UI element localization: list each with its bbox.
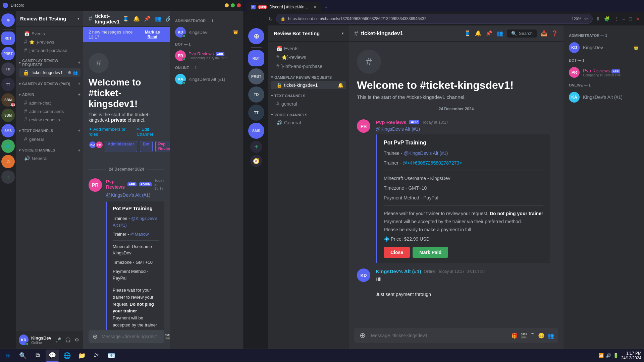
web-member-kingsdev-alt[interactable]: KA KingsDev's Alt (#1) bbox=[566, 90, 641, 105]
systray-volume-icon[interactable]: 🔊 bbox=[606, 353, 611, 358]
web-events-item[interactable]: 📅 Events bbox=[271, 45, 346, 53]
headphones-button[interactable]: 🎧 bbox=[64, 336, 72, 344]
minimize-button[interactable] bbox=[225, 3, 229, 7]
browser-action-2[interactable]: 🧩 bbox=[603, 15, 611, 23]
add-text-channel-icon[interactable]: + bbox=[78, 128, 80, 133]
web-server-icon-prbt[interactable]: PRBT bbox=[248, 68, 264, 84]
close-button[interactable] bbox=[237, 3, 241, 7]
gif-icon[interactable]: 🎬 bbox=[164, 334, 170, 340]
notification-icon[interactable]: 🔔 bbox=[133, 15, 140, 22]
web-add-attachment-icon[interactable]: ⊕ bbox=[358, 328, 367, 343]
server-icon-sms[interactable]: SMS bbox=[1, 124, 15, 137]
web-member-kingsdev[interactable]: KD KingsDev 👑 bbox=[566, 40, 641, 55]
taskbar-folder[interactable]: 📁 bbox=[75, 350, 89, 362]
browser-action-3[interactable]: ⋮ bbox=[612, 15, 620, 23]
add-server-button[interactable]: + bbox=[1, 170, 15, 184]
web-thread-icon[interactable]: 🧵 bbox=[464, 30, 471, 37]
maximize-button[interactable] bbox=[231, 3, 235, 7]
web-category-voice[interactable]: ▾ VOICE CHANNELS bbox=[268, 109, 349, 118]
taskbar-chrome[interactable]: 🌐 bbox=[60, 350, 74, 362]
web-chat-input-field[interactable] bbox=[370, 329, 508, 342]
channel-item-review-requests[interactable]: # review-requests bbox=[19, 116, 80, 124]
web-add-server-button[interactable]: + bbox=[250, 141, 262, 153]
pvp-reviews-avatar[interactable]: PR bbox=[89, 178, 102, 192]
web-search-box[interactable]: 🔍 Search bbox=[507, 29, 537, 38]
web-members-chat-icon[interactable]: 👥 bbox=[547, 333, 554, 339]
member-pvp-reviews[interactable]: PR Pvp Reviews APP Competing in Crystal … bbox=[172, 49, 241, 62]
server-icon-green[interactable]: 🌐 bbox=[1, 139, 15, 153]
back-button[interactable]: ← bbox=[247, 14, 255, 23]
refresh-button[interactable]: ↻ bbox=[267, 14, 274, 23]
member-kingsdev-alt[interactable]: KA KingsDev's Alt (#1) bbox=[172, 72, 241, 86]
web-channel-ticket[interactable]: 🔒 ticket-kingsdev1 🔔 bbox=[271, 81, 346, 89]
integration-icon[interactable]: 🔗 bbox=[165, 15, 170, 22]
add-channel-icon[interactable]: + bbox=[78, 60, 80, 65]
channel-item-reviews[interactable]: # ⭐ }-reviews bbox=[19, 38, 80, 46]
server-icon-prbt[interactable]: PRBT bbox=[1, 47, 15, 60]
web-server-icon-home[interactable]: ⊕ bbox=[248, 28, 264, 44]
web-server-icon-tt[interactable]: TT bbox=[248, 105, 264, 121]
web-explore-button[interactable]: 🧭 bbox=[250, 155, 262, 167]
category-admin[interactable]: ▾ ADMIN + bbox=[16, 88, 83, 99]
web-server-icon-sms[interactable]: SMS bbox=[248, 123, 264, 139]
browser-close[interactable]: ✕ bbox=[635, 15, 641, 23]
web-emoji-icon[interactable]: 😊 bbox=[538, 333, 545, 339]
chat-input-field[interactable] bbox=[100, 330, 162, 343]
web-gif-icon[interactable]: 🎬 bbox=[521, 333, 527, 339]
member-kingsdev[interactable]: KD KingsDev 👑 bbox=[172, 25, 241, 39]
web-channel-info[interactable]: # }-info-and-purchase bbox=[271, 62, 346, 71]
category-gameplay-paid[interactable]: ▾ GAMEPLAY REVIEW (PAID) + bbox=[16, 77, 83, 88]
browser-maximize[interactable]: □ bbox=[628, 15, 633, 23]
mic-button[interactable]: 🎤 bbox=[54, 336, 62, 344]
members-icon[interactable]: 👥 bbox=[73, 70, 78, 75]
settings-icon[interactable]: ⚙ bbox=[68, 70, 71, 75]
settings-button[interactable]: ⚙ bbox=[73, 336, 80, 344]
web-mark-paid-button[interactable]: Mark Paid bbox=[413, 247, 448, 258]
web-ticket-settings-icon[interactable]: 🔔 bbox=[338, 82, 343, 88]
web-pin-icon[interactable]: 📌 bbox=[486, 30, 492, 37]
category-gameplay-review[interactable]: ▾ GAMEPLAY REVIEW REQUESTS + bbox=[16, 55, 83, 68]
pin-icon[interactable]: 📌 bbox=[144, 15, 151, 22]
channel-item-general-voice[interactable]: 🔊 General bbox=[19, 155, 80, 162]
edit-channel-link[interactable]: ✏ Edit Channel bbox=[137, 127, 164, 137]
web-help-icon[interactable]: ❓ bbox=[551, 30, 558, 37]
web-server-icon-td[interactable]: TD bbox=[248, 86, 264, 103]
web-server-name-header[interactable]: Review Bot Testing ▾ bbox=[268, 25, 349, 42]
web-gift-icon[interactable]: 🎁 bbox=[511, 333, 518, 339]
taskbar-task-view[interactable]: ⧉ bbox=[31, 350, 44, 362]
members-icon[interactable]: 👥 bbox=[155, 15, 161, 22]
add-channel-paid-icon[interactable]: + bbox=[78, 81, 80, 86]
category-voice-channels[interactable]: ▾ VOICE CHANNELS + bbox=[16, 143, 83, 154]
new-tab-button[interactable]: + bbox=[321, 3, 331, 12]
address-bar[interactable]: 🔒 https://discord.com/channels/132049963… bbox=[276, 14, 593, 24]
channel-item-info[interactable]: # }-info-and-purchase bbox=[19, 46, 80, 54]
add-attachment-icon[interactable]: ⊕ bbox=[93, 333, 98, 340]
web-category-text[interactable]: ▾ TEXT CHANNELS bbox=[268, 89, 349, 99]
add-members-link[interactable]: ✦ Add members or roles bbox=[89, 127, 132, 137]
server-icon-sbm1[interactable]: SBM 319 bbox=[1, 93, 15, 107]
web-members-icon[interactable]: 👥 bbox=[496, 30, 503, 37]
web-member-pvp-reviews[interactable]: PR Pvp Reviews APP Competing in Crystal … bbox=[566, 65, 641, 80]
server-icon-rbt[interactable]: RBT bbox=[1, 32, 15, 45]
channel-item-general[interactable]: # general bbox=[19, 135, 80, 143]
web-sticker-icon[interactable]: 🗒 bbox=[530, 333, 535, 339]
taskbar-search[interactable]: 🔍 bbox=[16, 350, 30, 362]
web-pvp-avatar[interactable]: PR bbox=[357, 119, 370, 133]
thread-icon[interactable]: 🧵 bbox=[122, 15, 129, 22]
tab-close-icon[interactable]: ✕ bbox=[313, 5, 317, 9]
start-button[interactable]: ⊞ bbox=[3, 350, 13, 361]
web-category-gameplay[interactable]: ▾ GAMEPLAY REVIEW REQUESTS bbox=[268, 71, 349, 81]
channel-item-admin-commands[interactable]: # admin-commands bbox=[19, 107, 80, 115]
web-channel-reviews[interactable]: # ⭐}-reviews bbox=[271, 53, 346, 62]
taskbar-mail[interactable]: 📧 bbox=[105, 350, 118, 362]
web-channel-general-voice[interactable]: 🔊 General bbox=[271, 119, 346, 127]
server-icon-td[interactable]: TD bbox=[1, 62, 15, 76]
web-channel-general[interactable]: # general bbox=[271, 100, 346, 108]
taskbar-store[interactable]: 🛍 bbox=[90, 350, 103, 362]
server-name-header[interactable]: Review Bot Testing ▾ bbox=[16, 11, 83, 27]
systray-battery-icon[interactable]: 🔋 bbox=[613, 353, 619, 358]
web-inbox-icon[interactable]: 📥 bbox=[541, 30, 547, 37]
server-icon-orange[interactable]: ⬡ bbox=[1, 155, 15, 168]
star-bookmark-icon[interactable]: ☆ bbox=[584, 16, 588, 21]
web-server-icon-rbt[interactable]: RBT bbox=[248, 50, 264, 66]
